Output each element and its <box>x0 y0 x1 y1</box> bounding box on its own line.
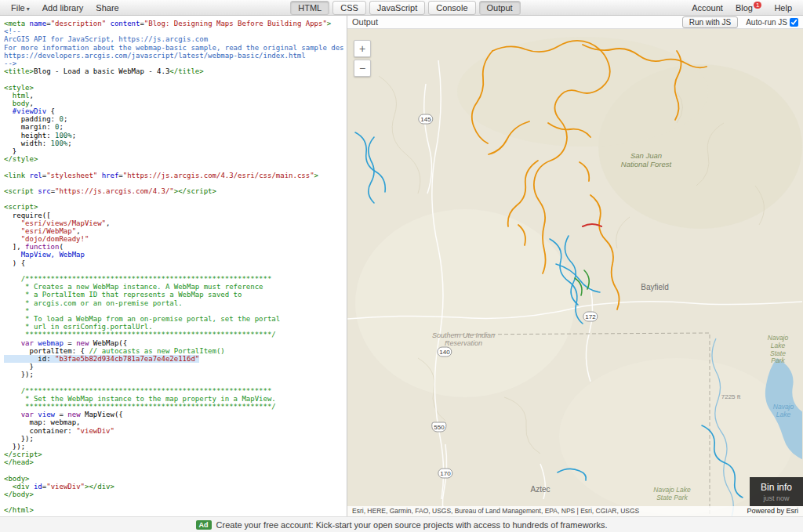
code-line: ) { <box>4 259 347 267</box>
code-line: "esri/WebMap", <box>4 227 347 235</box>
code-line: <body> <box>4 475 347 483</box>
output-header: Output Run with JS Auto-run JS <box>347 16 803 29</box>
code-line: portalItem: { // autocasts as new Portal… <box>4 347 347 355</box>
code-line: padding: 0; <box>4 115 347 123</box>
help-button[interactable]: Help <box>768 2 798 14</box>
code-line <box>4 498 347 506</box>
code-line: "esri/views/MapView", <box>4 219 347 227</box>
code-line: require([ <box>4 212 347 219</box>
code-line <box>4 195 347 203</box>
code-line: ****************************************… <box>4 403 347 411</box>
code-line: </script> <box>4 451 347 458</box>
notification-badge: 1 <box>754 2 761 9</box>
tab-html[interactable]: HTML <box>290 1 329 15</box>
map-attribution: Esri, HERE, Garmin, FAO, USGS, Bureau of… <box>352 506 639 516</box>
ad-text[interactable]: Create your free account: Kick-start you… <box>216 520 608 530</box>
zoom-out-button[interactable]: − <box>354 60 371 77</box>
tab-javascript[interactable]: JavaScript <box>369 1 425 15</box>
tab-css[interactable]: CSS <box>332 1 366 15</box>
code-line <box>4 467 347 475</box>
code-line <box>4 378 347 386</box>
autorun-checkbox[interactable] <box>790 18 798 27</box>
powered-by-esri: Powered by Esri <box>747 506 798 516</box>
caret-down-icon: ▾ <box>27 5 30 13</box>
zoom-control: + − <box>354 40 371 79</box>
bin-info-panel[interactable]: Bin info just now <box>750 477 803 506</box>
file-menu-button[interactable]: File▾ <box>5 2 36 14</box>
output-panel-title: Output <box>352 17 682 27</box>
code-line: </html> <box>4 506 347 514</box>
main-split: <meta name="description" content="Blog: … <box>0 16 803 516</box>
panel-tab-group: HTMLCSSJavaScriptConsoleOutput <box>289 1 521 15</box>
blog-label: Blog <box>736 3 753 13</box>
code-line: body, <box>4 100 347 107</box>
code-line: https://developers.arcgis.com/javascript… <box>4 52 347 60</box>
code-line: * Set the WebMap instance to the map pro… <box>4 395 347 403</box>
code-line: * <box>4 307 347 315</box>
code-line: <script src="https://js.arcgis.com/4.3/"… <box>4 187 347 195</box>
code-line: var view = new MapView({ <box>4 411 347 418</box>
code-line: For more information about the webmap-ba… <box>4 44 347 52</box>
run-with-js-button[interactable]: Run with JS <box>682 16 738 28</box>
code-editor[interactable]: <meta name="description" content="Blog: … <box>0 16 347 515</box>
output-pane: Output Run with JS Auto-run JS <box>347 16 803 516</box>
road-shield: 170 <box>438 469 452 479</box>
code-line: }); <box>4 371 347 378</box>
code-line: ****************************************… <box>4 331 347 338</box>
code-line: </style> <box>4 155 347 163</box>
code-line: * url in esriConfig.portalUrl. <box>4 323 347 331</box>
road-shield: 140 <box>437 347 452 357</box>
code-line: }); <box>4 443 347 451</box>
map-canvas[interactable]: San Juan National ForestBayfieldSouthern… <box>347 29 803 516</box>
code-line <box>4 267 347 275</box>
html-editor-pane[interactable]: <meta name="description" content="Blog: … <box>0 16 347 516</box>
code-line <box>4 163 347 171</box>
account-button[interactable]: Account <box>685 2 729 14</box>
code-line: * a PortalItem ID that represents a WebM… <box>4 291 347 299</box>
code-line: /***************************************… <box>4 275 347 283</box>
code-line: height: 100%; <box>4 132 347 139</box>
road-shield: 172 <box>583 312 598 322</box>
bin-info-title: Bin info <box>761 482 792 493</box>
code-line: <!-- <box>4 27 347 35</box>
tab-console[interactable]: Console <box>428 1 475 15</box>
code-line: <meta name="description" content="Blog: … <box>4 20 347 27</box>
code-line: #viewDiv { <box>4 107 347 115</box>
code-line: margin: 0; <box>4 123 347 131</box>
top-toolbar: File▾ Add library Share HTMLCSSJavaScrip… <box>0 0 803 16</box>
code-line: <div id="viewDiv"></div> <box>4 483 347 490</box>
ad-badge: Ad <box>196 520 212 530</box>
blog-button[interactable]: Blog1 <box>729 2 768 14</box>
code-line: </head> <box>4 458 347 466</box>
code-line: var webmap = new WebMap({ <box>4 339 347 347</box>
code-line: * To load a WebMap from an on-premise po… <box>4 315 347 323</box>
code-line: --> <box>4 60 347 67</box>
code-line: } <box>4 147 347 155</box>
code-line: "dojo/domReady!" <box>4 235 347 243</box>
jsbin-app: File▾ Add library Share HTMLCSSJavaScrip… <box>0 0 803 532</box>
code-line: <script> <box>4 203 347 211</box>
autorun-toggle[interactable]: Auto-run JS <box>746 18 798 27</box>
road-shield: 550 <box>431 422 446 432</box>
code-line: * arcgis.com or an on-premise portal. <box>4 299 347 307</box>
code-line: html, <box>4 92 347 100</box>
code-line <box>4 179 347 187</box>
code-line: MapView, WebMap <box>4 251 347 259</box>
code-line: * Creates a new WebMap instance. A WebMa… <box>4 283 347 291</box>
toolbar-right: Account Blog1 Help <box>685 2 798 14</box>
code-line: }); <box>4 435 347 443</box>
map-basemap <box>347 29 802 516</box>
zoom-in-button[interactable]: + <box>354 40 371 57</box>
file-menu-label: File <box>11 3 25 13</box>
tab-output[interactable]: Output <box>479 1 521 15</box>
code-line: ArcGIS API for JavaScript, https://js.ar… <box>4 35 347 43</box>
code-line: width: 100%; <box>4 139 347 147</box>
bin-info-time: just now <box>761 494 792 502</box>
code-line: <title>Blog - Load a basic WebMap - 4.3<… <box>4 67 347 75</box>
road-shield: 145 <box>418 114 433 125</box>
code-line: <link rel="stylesheet" href="https://js.… <box>4 172 347 179</box>
autorun-label: Auto-run JS <box>746 18 787 27</box>
add-library-button[interactable]: Add library <box>36 2 90 14</box>
share-button[interactable]: Share <box>89 2 125 14</box>
toolbar-left: File▾ Add library Share <box>5 2 125 14</box>
